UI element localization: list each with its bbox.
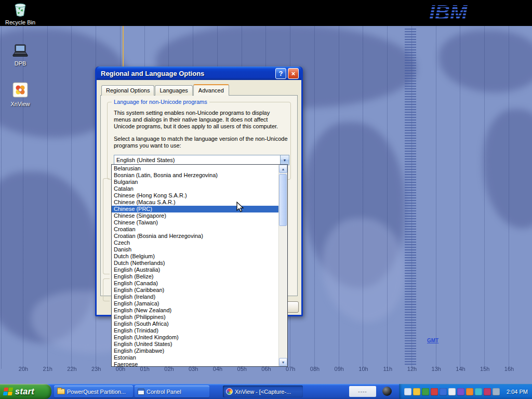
date-line-hatched-band (405, 29, 416, 366)
close-button[interactable]: × (288, 68, 299, 79)
timezone-label: 20h (19, 366, 28, 372)
dropdown-item[interactable]: English (Caribbean) (112, 287, 278, 294)
dropdown-item[interactable]: Chinese (Hong Kong S.A.R.) (112, 192, 278, 199)
timezone-label: 15h (480, 366, 489, 372)
update-icon[interactable] (457, 388, 464, 395)
dropdown-item[interactable]: English (United Kingdom) (112, 334, 278, 341)
chevron-down-icon: ▼ (283, 158, 287, 162)
dropdown-item[interactable]: English (Jamaica) (112, 300, 278, 307)
dropdown-item[interactable]: Dutch (Belgium) (112, 253, 278, 260)
dropdown-item[interactable]: Chinese (PRC) (112, 206, 278, 212)
taskbar-button-label: Control Panel (147, 389, 181, 395)
taskbar-deskband[interactable]: ---- (349, 386, 376, 397)
dropdown-item[interactable]: Bosnian (Latin, Bosnia and Herzegovina) (112, 172, 278, 179)
timezone-label: 14h (456, 366, 465, 372)
taskbar: start PowerQuest Partition... Control Pa… (0, 384, 532, 399)
desktop: GMT 20h21h22h23h00h01h02h03h04h05h06h07h… (0, 0, 532, 399)
scroll-up-button[interactable]: ▲ (279, 165, 287, 173)
select-instruction: Select a language to match the language … (114, 136, 288, 149)
dropdown-item[interactable]: Chinese (Singapore) (112, 212, 278, 219)
folder-icon (57, 389, 65, 394)
timezone-label: 22h (67, 366, 76, 372)
alert-icon[interactable] (431, 388, 438, 395)
combobox-dropdown-button[interactable]: ▼ (280, 155, 289, 165)
dropdown-item[interactable]: English (United States) (112, 341, 278, 348)
scroll-down-button[interactable]: ▼ (279, 358, 287, 366)
dropdown-item[interactable]: Dutch (Netherlands) (112, 260, 278, 267)
dropdown-item[interactable]: Faeroese (112, 361, 278, 366)
mouse-cursor (236, 202, 247, 213)
taskbar-button-label: PowerQuest Partition... (67, 389, 126, 395)
timezone-label: 09h (335, 366, 344, 372)
dropdown-item[interactable]: Croatian (112, 226, 278, 233)
dropdown-item[interactable]: Croatian (Bosnia and Herzegovina) (112, 233, 278, 240)
timezone-label: 13h (432, 366, 441, 372)
svg-text:IBM: IBM (429, 1, 468, 24)
hidden-groupbox-edge (103, 178, 110, 274)
language-combobox[interactable]: English (United States) ▼ (114, 155, 289, 165)
dropdown-item[interactable]: English (Belize) (112, 273, 278, 280)
tab-regional-options[interactable]: Regional Options (101, 85, 154, 96)
dropdown-scrollbar[interactable]: ▲ ▼ (278, 165, 287, 366)
antivirus-icon[interactable] (484, 388, 491, 395)
dropdown-item[interactable]: Bulgarian (112, 179, 278, 185)
clock[interactable]: 2:04 PM (507, 389, 528, 395)
start-button-label: start (15, 387, 34, 396)
timezone-label: 16h (504, 366, 514, 372)
combobox-value: English (United States) (114, 157, 280, 163)
start-button[interactable]: start (0, 384, 51, 399)
dropdown-item[interactable]: Czech (112, 240, 278, 246)
deskband-label: ---- (358, 389, 367, 394)
help-button[interactable]: ? (275, 68, 286, 79)
dropdown-item[interactable]: Catalan (112, 185, 278, 192)
dpb-desktop-icon[interactable]: DPB (0, 44, 41, 66)
taskbar-button-powerquest[interactable]: PowerQuest Partition... (54, 385, 133, 397)
tab-languages[interactable]: Languages (155, 85, 192, 96)
dropdown-item[interactable]: English (Canada) (112, 280, 278, 287)
arrow-up-icon: ▲ (282, 167, 285, 171)
xnview-desktop-icon[interactable]: XnView (0, 81, 41, 107)
shield-icon[interactable] (422, 388, 429, 395)
dropdown-item[interactable]: Chinese (Taiwan) (112, 219, 278, 226)
language-dropdown-list[interactable]: BelarusianBosnian (Latin, Bosnia and Her… (111, 164, 288, 367)
control-panel-icon (138, 389, 144, 395)
system-tray: 2:04 PM (399, 384, 532, 399)
timezone-label: 21h (43, 366, 52, 372)
remote-desktop-icon[interactable] (404, 388, 411, 395)
dropdown-item[interactable]: Chinese (Macau S.A.R.) (112, 199, 278, 206)
hidden-groupbox-edge (103, 278, 110, 301)
recycle-bin-icon (0, 2, 41, 18)
dropdown-item[interactable]: English (Ireland) (112, 294, 278, 300)
dropdown-item[interactable]: English (Zimbabwe) (112, 348, 278, 354)
group-title: Language for non-Unicode programs (112, 99, 209, 105)
timezone-label: 11h (383, 366, 392, 372)
dropdown-item[interactable]: Danish (112, 246, 278, 253)
window-titlebar[interactable]: Regional and Language Options ? × (97, 66, 301, 80)
taskbar-button-xnview[interactable]: XnView - [<Capture-... (223, 385, 303, 397)
timezone-label: 12h (407, 366, 417, 372)
dropdown-item[interactable]: English (Philippines) (112, 314, 278, 321)
sync-icon[interactable] (475, 388, 482, 395)
network-icon[interactable] (440, 388, 447, 395)
dropdown-item[interactable]: English (Australia) (112, 267, 278, 273)
taskbar-button-control-panel[interactable]: Control Panel (135, 385, 209, 397)
taskbar-app-icon[interactable] (382, 387, 392, 396)
dropdown-item[interactable]: English (New Zealand) (112, 307, 278, 314)
timezone-label: 08h (310, 366, 320, 372)
window-title: Regional and Language Options (101, 70, 274, 77)
scrollbar-track[interactable] (279, 173, 287, 358)
icon-label: XnView (10, 101, 30, 107)
dropdown-item[interactable]: Belarusian (112, 165, 278, 172)
dropdown-item[interactable]: English (Trinidad) (112, 327, 278, 334)
printer-icon[interactable] (493, 388, 500, 395)
recycle-bin-desktop-icon[interactable]: Recycle Bin (0, 2, 41, 25)
dropdown-item[interactable]: English (South Africa) (112, 321, 278, 327)
wallpaper-top-band: IBM (0, 0, 532, 26)
dropdown-item[interactable]: Estonian (112, 354, 278, 361)
security-key-icon[interactable] (413, 388, 420, 395)
ibm-logo: IBM (427, 1, 489, 26)
display-settings-icon[interactable] (448, 388, 456, 395)
volume-icon[interactable] (466, 388, 473, 395)
scrollbar-thumb[interactable] (279, 174, 287, 226)
tab-advanced[interactable]: Advanced (193, 84, 229, 96)
